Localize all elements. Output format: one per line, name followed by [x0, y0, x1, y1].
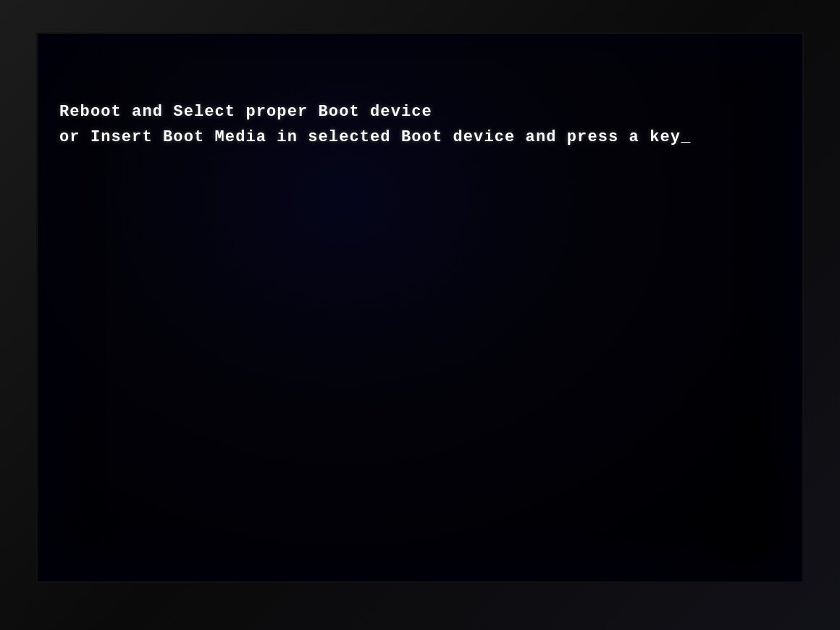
boot-message: Reboot and Select proper Boot device or … [59, 99, 691, 150]
boot-cursor: _ [681, 125, 691, 150]
screen-bezel: Reboot and Select proper Boot device or … [0, 0, 840, 630]
boot-line2: or Insert Boot Media in selected Boot de… [59, 125, 691, 150]
screen-content: Reboot and Select proper Boot device or … [36, 33, 804, 583]
boot-line1: Reboot and Select proper Boot device [59, 99, 691, 125]
